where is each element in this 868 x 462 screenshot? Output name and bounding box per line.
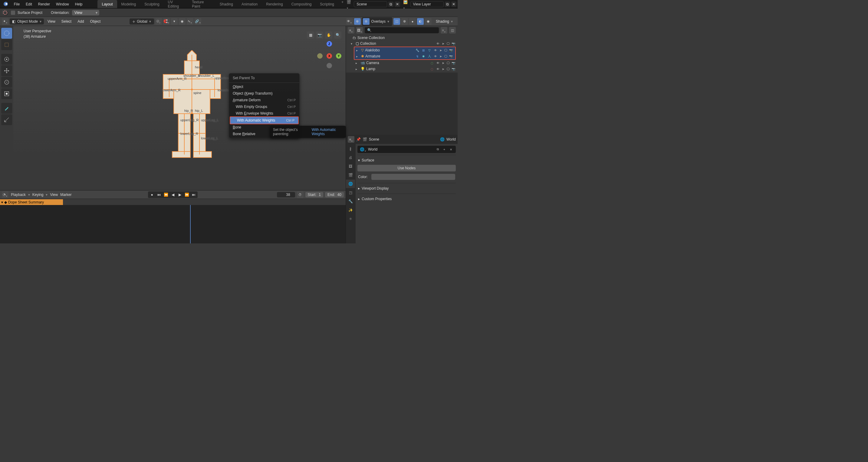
context-item-empty-groups[interactable]: With Empty GroupsCtrl P bbox=[229, 103, 299, 110]
autokey-icon[interactable]: ● bbox=[149, 192, 155, 197]
viewport-menu-view[interactable]: View bbox=[45, 19, 58, 24]
surface-panel-header[interactable]: ▾Surface bbox=[358, 157, 456, 164]
xray-icon[interactable]: ◫ bbox=[394, 18, 400, 25]
new-collection-icon[interactable]: ◫ bbox=[449, 27, 456, 34]
axis-x[interactable]: X bbox=[327, 53, 332, 59]
tool-transform[interactable] bbox=[1, 88, 12, 99]
play-rev-icon[interactable]: ◀ bbox=[169, 192, 176, 197]
nav-gizmo[interactable]: Z X Y bbox=[317, 41, 341, 65]
dope-sheet-summary[interactable]: ▾◆Dope Sheet Summary bbox=[0, 199, 63, 205]
shade-solid-icon[interactable]: ● bbox=[409, 18, 416, 25]
menu-file[interactable]: File bbox=[11, 0, 23, 8]
orientation-global[interactable]: ⟡Global▾ bbox=[129, 19, 154, 25]
mode-selector[interactable]: ◧ Object Mode▾ bbox=[10, 19, 44, 25]
tool-annotate[interactable] bbox=[1, 103, 12, 114]
viewport-display-header[interactable]: ▸Viewport Display bbox=[358, 185, 456, 192]
shade-render-icon[interactable]: ◉ bbox=[425, 18, 432, 25]
tab-sculpting[interactable]: Sculpting bbox=[140, 0, 163, 8]
new-scene-icon[interactable]: ⧉ bbox=[388, 1, 394, 7]
pan-icon[interactable]: ✋ bbox=[325, 31, 332, 39]
tab-rendering[interactable]: Rendering bbox=[262, 0, 287, 8]
playhead[interactable] bbox=[190, 205, 191, 243]
timeline-track-area[interactable] bbox=[0, 205, 346, 243]
delete-scene-icon[interactable]: ✕ bbox=[395, 1, 400, 7]
prop-tab-world[interactable]: 🌐 bbox=[346, 179, 355, 188]
playback-menu[interactable]: Playback bbox=[11, 193, 26, 197]
tab-animation[interactable]: Animation bbox=[237, 0, 262, 8]
outliner-display-icon[interactable]: 🖼ˬ bbox=[356, 27, 363, 34]
clock-icon[interactable]: ⏱ bbox=[297, 191, 304, 198]
filter-icon[interactable]: ▿ˬ bbox=[441, 27, 447, 34]
tool-rotate[interactable] bbox=[1, 65, 12, 76]
tab-modeling[interactable]: Modeling bbox=[117, 0, 141, 8]
world-field[interactable]: 🌐ˬ World ⧉ + ✕ bbox=[358, 146, 456, 153]
start-frame[interactable]: Start:1 bbox=[305, 192, 323, 197]
tool-scale[interactable] bbox=[1, 77, 12, 88]
end-frame[interactable]: End:40 bbox=[325, 192, 344, 197]
viewport-menu-add[interactable]: Add bbox=[75, 19, 86, 24]
prop-tab-output[interactable]: 🖨 bbox=[346, 153, 355, 162]
eye-icon[interactable]: 👁 bbox=[435, 41, 440, 46]
editor-type-icon[interactable]: ✦ˬ bbox=[2, 18, 8, 25]
jump-start-icon[interactable]: ⏮ bbox=[156, 192, 162, 197]
proportional-icon[interactable]: ◉ bbox=[179, 18, 186, 25]
timeline-type-icon[interactable]: ◔ˬ bbox=[2, 191, 8, 198]
outliner-type-icon[interactable]: ≡ˬ bbox=[348, 27, 354, 34]
pivot-icon[interactable]: ⦾ˬ bbox=[155, 18, 162, 25]
eye-icon[interactable]: 👁 bbox=[433, 48, 438, 53]
overlays-button[interactable]: ⊚ Overlays▾ bbox=[362, 17, 392, 26]
expand-icon[interactable]: ▸ bbox=[356, 49, 360, 52]
tab-shading[interactable]: Shading bbox=[216, 0, 237, 8]
browse-icon[interactable]: ⧉ bbox=[435, 147, 440, 152]
outliner-item-lamp[interactable]: ▸ 💡 Lamp ◌ 👁➤🖵📷 bbox=[346, 66, 458, 72]
tool-cursor[interactable] bbox=[1, 39, 12, 50]
eye-icon[interactable]: 👁 bbox=[435, 61, 440, 65]
context-item-object[interactable]: Object bbox=[229, 84, 299, 90]
viewport-menu-object[interactable]: Object bbox=[88, 19, 103, 24]
tool-measure[interactable] bbox=[1, 114, 12, 125]
delete-viewlayer-icon[interactable]: ✕ bbox=[451, 1, 456, 7]
cursor-vis-icon[interactable]: ➤ bbox=[441, 41, 445, 46]
eye-icon[interactable]: 👁 bbox=[435, 67, 440, 71]
visibility-icon[interactable]: 👁ˬ bbox=[346, 18, 353, 25]
tool-select-box[interactable] bbox=[1, 28, 12, 39]
expand-icon[interactable]: ▾ bbox=[351, 42, 354, 45]
tab-layout[interactable]: Layout bbox=[97, 0, 117, 8]
axis-neg-y[interactable] bbox=[317, 53, 322, 59]
context-item-automatic-weights[interactable]: With Automatic WeightsCtrl P bbox=[230, 117, 298, 124]
use-nodes-button[interactable]: Use Nodes bbox=[358, 165, 456, 171]
context-item-keep-transform[interactable]: Object (Keep Transform) bbox=[229, 90, 299, 97]
next-key-icon[interactable]: ⏩ bbox=[183, 192, 190, 197]
play-icon[interactable]: ▶ bbox=[177, 192, 183, 197]
outliner-search[interactable]: 🔍 bbox=[365, 27, 439, 33]
timeline-marker-menu[interactable]: Marker bbox=[60, 193, 71, 197]
prop-tab-physics[interactable]: ⚛ bbox=[346, 215, 355, 223]
shade-wire-icon[interactable]: ⊕ bbox=[401, 18, 408, 25]
zoom-icon[interactable]: 🔍 bbox=[334, 31, 341, 39]
tab-texture-paint[interactable]: Texture Paint bbox=[188, 0, 216, 8]
expand-icon[interactable]: ▸ bbox=[356, 55, 360, 58]
menu-edit[interactable]: Edit bbox=[23, 0, 35, 8]
scene-collection-row[interactable]: 🗀 Scene Collection bbox=[346, 35, 458, 40]
menu-window[interactable]: Window bbox=[53, 0, 72, 8]
gizmo-toggle-icon[interactable]: ⊕ bbox=[354, 18, 361, 25]
menu-help[interactable]: Help bbox=[72, 0, 86, 8]
axis-y[interactable]: Y bbox=[336, 53, 341, 59]
new-viewlayer-icon[interactable]: ⧉ bbox=[445, 1, 450, 7]
expand-icon[interactable]: ▸ bbox=[355, 61, 359, 65]
pin-icon[interactable]: 📌 bbox=[356, 137, 361, 141]
snap-to-icon[interactable]: ▾ bbox=[171, 18, 178, 25]
current-frame[interactable]: 38 bbox=[277, 192, 295, 197]
timeline-view-menu[interactable]: View bbox=[50, 193, 58, 197]
outliner-item-alakilobo[interactable]: ▸ ▽ Alakilobo 🔧⊞▽ 👁➤🖵📷 bbox=[354, 47, 455, 53]
eye-icon[interactable]: 👁 bbox=[433, 54, 438, 59]
keying-menu[interactable]: Keying bbox=[32, 193, 43, 197]
color-swatch[interactable] bbox=[371, 174, 455, 180]
new-icon[interactable]: + bbox=[442, 147, 447, 152]
jump-end-icon[interactable]: ⏭ bbox=[190, 192, 197, 197]
unlink-icon[interactable]: ✕ bbox=[448, 147, 453, 152]
view-layer-field[interactable]: View Layer bbox=[410, 1, 444, 7]
axis-z[interactable]: Z bbox=[327, 41, 332, 46]
shade-lookdev-icon[interactable]: ◐ bbox=[417, 18, 424, 25]
tool-move[interactable] bbox=[1, 54, 12, 65]
